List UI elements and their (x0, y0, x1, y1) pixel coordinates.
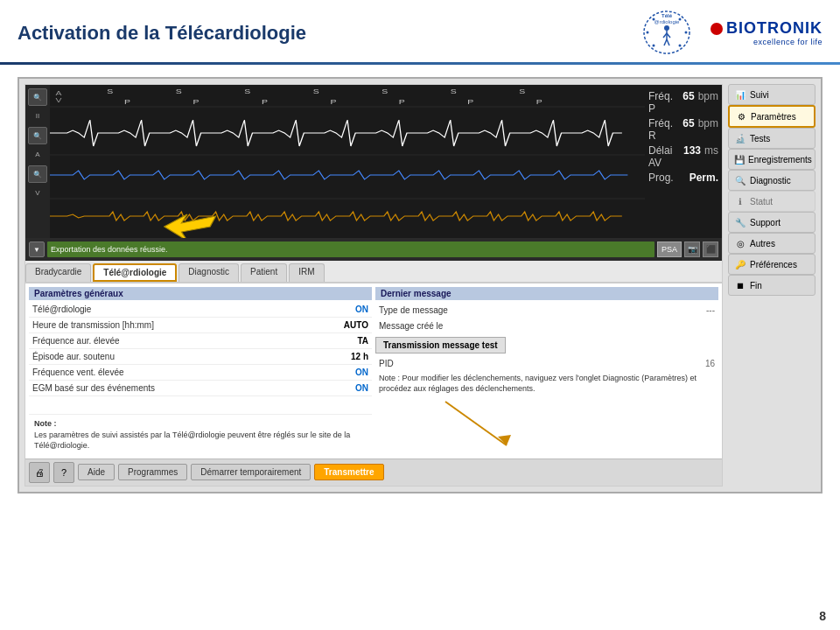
svg-text:S: S (519, 88, 525, 95)
message-cree-row: Message créé le (375, 318, 718, 333)
transmettre-button[interactable]: Transmettre (314, 464, 383, 480)
print-button[interactable]: 🖨 (29, 462, 50, 483)
freqp-label: Fréq. P (648, 90, 679, 115)
preferences-label: Préférences (750, 260, 797, 270)
ecg-section: 🔍 II 🔍 A 🔍 V A V S (25, 85, 722, 238)
param-freq-aur-label: Fréquence aur. élevée (32, 336, 333, 346)
params-general-header: Paramètres généraux (29, 287, 372, 300)
ecg-zoom-btn-1[interactable]: 🔍 (28, 88, 47, 106)
fin-icon: ⏹ (734, 279, 746, 291)
tab-irm[interactable]: IRM (289, 263, 324, 282)
menu-statut-btn[interactable]: ℹ Statut (728, 191, 816, 212)
svg-text:P: P (467, 98, 473, 106)
telecard-logo-icon: Télé @rdiologie (640, 9, 693, 57)
device-wrapper: 🔍 II 🔍 A 🔍 V A V S (18, 77, 822, 494)
menu-fin-btn[interactable]: ⏹ Fin (728, 275, 816, 296)
prog-value: Perm. (690, 172, 718, 184)
autres-icon: ◎ (734, 237, 746, 249)
programmes-button[interactable]: Programmes (118, 464, 187, 480)
freqp-unit: bpm (698, 90, 718, 115)
tabs-row: Bradycardie Télé@rdiologie Diagnostic Pa… (25, 261, 722, 284)
param-egm-label: EGM basé sur des événements (32, 383, 333, 393)
support-icon: 🔧 (734, 216, 746, 228)
statut-icon: ℹ (734, 195, 746, 207)
menu-diagnostic-btn[interactable]: 🔍 Diagnostic (728, 170, 816, 191)
enregistrements-label: Enregistrements (748, 155, 812, 164)
menu-preferences-btn[interactable]: 🔑 Préférences (728, 254, 816, 275)
param-heure: Heure de transmission [hh:mm] AUTO (29, 318, 372, 333)
tab-bradycardie[interactable]: Bradycardie (25, 263, 91, 282)
params-note: Note : Les paramètres de suivi assistés … (29, 414, 372, 455)
dernier-message-header: Dernier message (375, 287, 718, 300)
svg-point-3 (664, 25, 669, 31)
demarrer-button[interactable]: Démarrer temporairement (191, 464, 311, 480)
header-logos: Télé @rdiologie BIOTRONIK excellence for… (640, 9, 822, 57)
ecg-graph: A V S S S S S S S P P P P (50, 85, 645, 238)
arrow-annotation-svg (375, 397, 550, 450)
svg-point-14 (679, 45, 682, 47)
help-button[interactable]: ? (53, 462, 74, 483)
menu-autres-btn[interactable]: ◎ Autres (728, 233, 816, 254)
param-freq-aur-value: TA (333, 336, 368, 346)
svg-text:V: V (56, 96, 63, 104)
param-heure-value: AUTO (333, 320, 368, 330)
svg-text:P: P (262, 98, 268, 106)
suivi-icon: 📊 (734, 88, 746, 101)
freqr-value: 65 (682, 117, 694, 142)
support-label: Support (750, 218, 780, 228)
param-episode-label: Épisode aur. soutenu (32, 352, 333, 361)
svg-rect-15 (50, 85, 645, 238)
svg-text:P: P (124, 98, 130, 106)
menu-support-btn[interactable]: 🔧 Support (728, 212, 816, 233)
param-freq-vent: Fréquence vent. élevée ON (29, 365, 372, 381)
psa-button[interactable]: PSA (657, 242, 682, 257)
ecg-bottom-controls: ▼ Exportation des données réussie. PSA 📷… (25, 238, 722, 261)
menu-suivi-btn[interactable]: 📊 Suivi (728, 84, 816, 105)
ecg-icon-1[interactable]: 📷 (684, 242, 700, 257)
ecg-zoom-btn-2[interactable]: 🔍 (28, 127, 47, 144)
suivi-label: Suivi (750, 90, 769, 100)
ecg-zoom-btn-3[interactable]: 🔍 (28, 165, 47, 183)
menu-tests-btn[interactable]: 🔬 Tests (728, 128, 816, 149)
tab-telecardiologie[interactable]: Télé@rdiologie (93, 263, 177, 282)
menu-enregistrements-btn[interactable]: 💾 Enregistrements (728, 149, 816, 170)
svg-point-10 (685, 32, 688, 34)
freqr-unit: bpm (698, 117, 718, 142)
menu-parametres-btn[interactable]: ⚙ Paramètres (728, 105, 816, 128)
biotronik-name: BIOTRONIK (726, 19, 822, 38)
ecg-status-bar: Exportation des données réussie. (47, 242, 654, 257)
tests-icon: 🔬 (734, 132, 746, 144)
ecg-label-3: V (35, 190, 39, 197)
params-left: Paramètres généraux Télé@rdiologie ON He… (29, 287, 372, 455)
ecg-down-btn[interactable]: ▼ (29, 242, 45, 257)
ecg-status-text: Exportation des données réussie. (51, 245, 168, 254)
tab-patient[interactable]: Patient (241, 263, 287, 282)
parametres-icon: ⚙ (735, 110, 747, 122)
message-cree-label: Message créé le (379, 321, 715, 331)
svg-point-9 (647, 32, 649, 34)
pid-value: 16 (705, 359, 715, 368)
params-content: Paramètres généraux Télé@rdiologie ON He… (25, 284, 722, 458)
tab-diagnostic[interactable]: Diagnostic (178, 263, 239, 282)
diagnostic-label: Diagnostic (750, 176, 791, 186)
svg-text:S: S (313, 88, 319, 95)
svg-text:S: S (244, 88, 250, 95)
aide-button[interactable]: Aide (78, 464, 115, 480)
ecg-icon-2[interactable]: ⬛ (703, 242, 718, 257)
biotronik-subtitle: excellence for life (753, 38, 822, 46)
svg-text:S: S (451, 88, 457, 95)
page-number: 8 (819, 609, 826, 623)
svg-text:S: S (107, 88, 113, 95)
statut-label: Statut (750, 197, 773, 206)
message-type-label: Type de message (379, 305, 706, 315)
parametres-label: Paramètres (751, 112, 796, 122)
param-telecardiologie: Télé@rdiologie ON (29, 302, 372, 318)
param-freq-vent-label: Fréquence vent. élevée (32, 368, 333, 377)
pid-row: PID 16 (375, 357, 718, 370)
header: Activation de la Télécardiologie Télé @r… (0, 0, 840, 62)
autres-label: Autres (750, 239, 775, 248)
param-egm: EGM basé sur des événements ON (29, 381, 372, 396)
diagnostic-icon: 🔍 (734, 174, 746, 186)
transmit-test-button[interactable]: Transmission message test (375, 337, 506, 354)
right-menu-panel: 📊 Suivi ⚙ Paramètres 🔬 Tests 💾 Enregistr… (728, 84, 816, 486)
